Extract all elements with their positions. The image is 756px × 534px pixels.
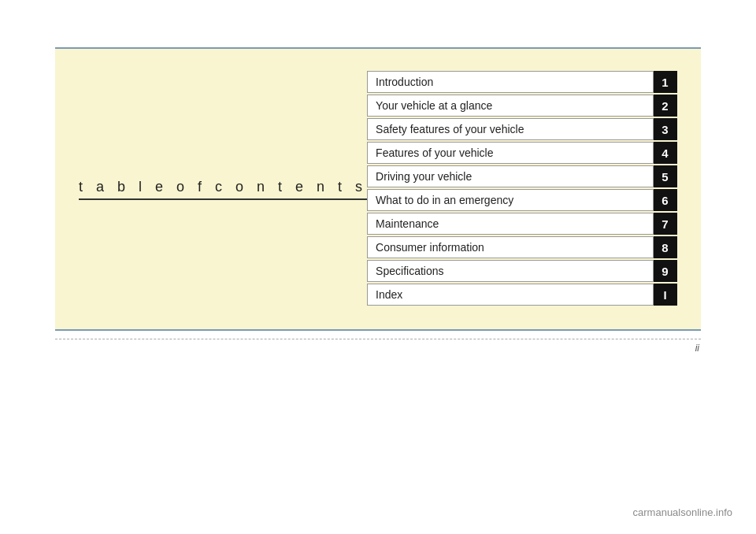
page-num-area: ii xyxy=(55,339,701,354)
left-section: t a b l e o f c o n t e n t s xyxy=(79,179,367,200)
toc-item-label: Driving your vehicle xyxy=(367,165,654,187)
table-row[interactable]: Your vehicle at a glance2 xyxy=(367,95,677,117)
toc-item-label: Introduction xyxy=(367,71,654,93)
toc-item-label: Index xyxy=(367,284,654,306)
toc-item-number: 3 xyxy=(654,118,677,140)
toc-title: t a b l e o f c o n t e n t s xyxy=(79,179,367,200)
toc-item-number: 1 xyxy=(654,71,677,93)
bottom-divider xyxy=(55,329,701,331)
toc-item-number: 6 xyxy=(654,189,677,211)
toc-item-number: 9 xyxy=(654,260,677,282)
content-box: t a b l e o f c o n t e n t s Introducti… xyxy=(55,49,701,329)
toc-item-number: 8 xyxy=(654,236,677,258)
table-row[interactable]: Safety features of your vehicle3 xyxy=(367,118,677,140)
page-container: t a b l e o f c o n t e n t s Introducti… xyxy=(0,0,756,534)
table-row[interactable]: Introduction1 xyxy=(367,71,677,93)
toc-item-label: Specifications xyxy=(367,260,654,282)
toc-item-number: I xyxy=(654,284,677,306)
toc-item-number: 5 xyxy=(654,165,677,187)
table-row[interactable]: IndexI xyxy=(367,284,677,306)
toc-item-number: 4 xyxy=(654,142,677,164)
watermark: carmanualsonline.info xyxy=(633,506,732,518)
toc-item-label: Features of your vehicle xyxy=(367,142,654,164)
page-number: ii xyxy=(695,343,699,354)
toc-item-label: What to do in an emergency xyxy=(367,189,654,211)
toc-item-number: 2 xyxy=(654,95,677,117)
table-row[interactable]: Driving your vehicle5 xyxy=(367,165,677,187)
table-row[interactable]: Consumer information8 xyxy=(367,236,677,258)
table-row[interactable]: Features of your vehicle4 xyxy=(367,142,677,164)
toc-list: Introduction1Your vehicle at a glance2Sa… xyxy=(367,71,677,307)
toc-item-label: Your vehicle at a glance xyxy=(367,95,654,117)
toc-item-number: 7 xyxy=(654,213,677,235)
toc-item-label: Consumer information xyxy=(367,236,654,258)
table-row[interactable]: Maintenance7 xyxy=(367,213,677,235)
toc-item-label: Maintenance xyxy=(367,213,654,235)
table-row[interactable]: Specifications9 xyxy=(367,260,677,282)
table-row[interactable]: What to do in an emergency6 xyxy=(367,189,677,211)
toc-item-label: Safety features of your vehicle xyxy=(367,118,654,140)
